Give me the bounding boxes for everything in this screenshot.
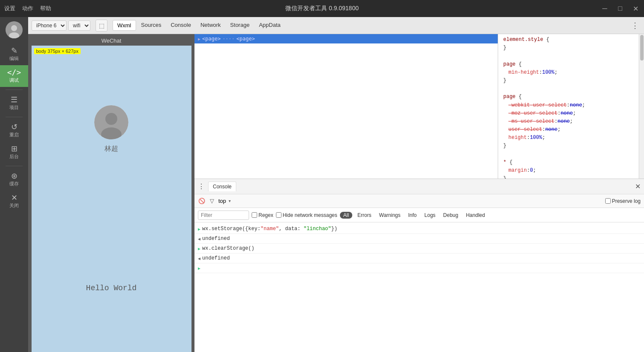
sidebar-item-restart[interactable]: ↺ 重启 bbox=[0, 120, 28, 141]
log-level-handled[interactable]: Handled bbox=[463, 211, 487, 219]
console-text-1: wx.setStorage({key:"name", data: "lincha… bbox=[202, 225, 337, 233]
sidebar-item-backend[interactable]: ⊞ 后台 bbox=[0, 141, 28, 163]
console-tab-menu[interactable]: ⋮ bbox=[198, 182, 205, 190]
simulator-title: WeChat bbox=[102, 38, 122, 44]
console-tab[interactable]: Console bbox=[208, 182, 236, 191]
console-text-3: wx.clearStorage() bbox=[202, 245, 254, 252]
menu-action[interactable]: 动作 bbox=[22, 5, 33, 12]
sidebar-item-label-backend: 后台 bbox=[9, 153, 19, 160]
console-panel: ⋮ Console ✕ 🚫 ▽ top ▾ Preserve log bbox=[194, 179, 644, 352]
console-line-1: ▶ wx.setStorage({key:"name", data: "linc… bbox=[194, 224, 644, 234]
css-line-1: element.style { bbox=[502, 36, 635, 44]
css-line-5: min-height:100%; bbox=[502, 69, 635, 77]
expand-arrow-icon[interactable]: ▶ bbox=[198, 37, 200, 41]
device-select[interactable]: iPhone 6 bbox=[32, 20, 67, 31]
clear-console-button[interactable]: 🚫 bbox=[198, 197, 206, 205]
menu-help[interactable]: 帮助 bbox=[40, 5, 51, 12]
sidebar: ✎ 编辑 </> 调试 ☰ 项目 ↺ 重启 ⊞ 后台 ⊛ 缓存 ✕ 关闭 bbox=[0, 17, 28, 352]
css-line-10: -moz-user-select:none; bbox=[502, 110, 635, 118]
css-line-13: height:100%; bbox=[502, 134, 635, 142]
phone-simulator: WeChat body 375px × 627px 林超 Hello Worl bbox=[28, 34, 194, 352]
svg-point-1 bbox=[11, 25, 17, 31]
dom-breadcrumb: <page> ···· <page> bbox=[202, 36, 255, 42]
console-input-cursor[interactable] bbox=[202, 264, 205, 272]
wifi-select[interactable]: wifi bbox=[68, 20, 90, 31]
context-dropdown-arrow[interactable]: ▾ bbox=[229, 199, 231, 203]
inspector-button[interactable]: ⬚ bbox=[96, 20, 107, 32]
phone-content: 林超 Hello World bbox=[32, 46, 191, 352]
css-line-15 bbox=[502, 150, 635, 159]
log-level-logs[interactable]: Logs bbox=[422, 211, 438, 219]
devtools-tabs: Wxml Sources Console Network Storage App… bbox=[113, 20, 285, 31]
css-line-12: user-select:none; bbox=[502, 126, 635, 134]
css-line-11: -ms-user-select:none; bbox=[502, 118, 635, 126]
filter-button[interactable]: ▽ bbox=[208, 197, 216, 205]
preserve-log-label[interactable]: Preserve log bbox=[612, 198, 641, 204]
wxml-scrollbar[interactable] bbox=[639, 34, 644, 179]
tab-appdata[interactable]: AppData bbox=[255, 20, 285, 31]
css-line-6: } bbox=[502, 77, 635, 85]
sidebar-item-label-close: 关闭 bbox=[9, 202, 19, 209]
content-area: iPhone 6 wifi ⬚ Wxml Sources Console Net… bbox=[28, 17, 644, 352]
sidebar-item-label-restart: 重启 bbox=[9, 132, 19, 138]
maximize-button[interactable]: □ bbox=[616, 5, 624, 12]
editor-icon: ✎ bbox=[11, 47, 17, 55]
titlebar: 设置 动作 帮助 微信开发者工具 0.9.091800 ─ □ ✕ bbox=[0, 0, 644, 17]
regex-checkbox-label[interactable]: Regex bbox=[252, 212, 273, 218]
sidebar-item-project[interactable]: ☰ 项目 bbox=[0, 92, 28, 114]
menu-settings[interactable]: 设置 bbox=[4, 5, 15, 12]
phone-frame: body 375px × 627px 林超 Hello World bbox=[32, 46, 191, 352]
css-panel: element.style { } page { min-height:100%… bbox=[498, 34, 639, 179]
console-input-line[interactable]: ▶ bbox=[194, 263, 644, 273]
devtools-panel: ▶ <page> ···· <page> element.style { } bbox=[194, 34, 644, 352]
css-line-4: page { bbox=[502, 61, 635, 69]
log-level-all-label: All bbox=[343, 212, 349, 218]
more-options-button[interactable]: ⋮ bbox=[629, 21, 641, 30]
minimize-button[interactable]: ─ bbox=[600, 5, 609, 12]
tab-sources[interactable]: Sources bbox=[137, 20, 166, 31]
console-header: ⋮ Console ✕ bbox=[194, 179, 644, 194]
css-line-9: -webkit-user-select:none; bbox=[502, 101, 635, 110]
sidebar-item-label-editor: 编辑 bbox=[9, 55, 19, 62]
avatar[interactable] bbox=[6, 21, 23, 38]
tab-storage[interactable]: Storage bbox=[226, 20, 254, 31]
dom-selected-element[interactable]: ▶ <page> ···· <page> bbox=[194, 34, 498, 43]
css-line-7 bbox=[502, 85, 635, 93]
dom-tree[interactable]: ▶ <page> ···· <page> bbox=[194, 34, 498, 179]
console-line-2: ◀ undefined bbox=[194, 234, 644, 244]
console-toolbar: 🚫 ▽ top ▾ Preserve log bbox=[194, 194, 644, 208]
regex-checkbox[interactable] bbox=[252, 212, 257, 218]
console-close-button[interactable]: ✕ bbox=[635, 182, 641, 190]
project-icon: ☰ bbox=[11, 96, 17, 104]
hide-network-checkbox-label[interactable]: Hide network messages bbox=[276, 212, 337, 218]
sidebar-item-debug[interactable]: </> 调试 bbox=[0, 65, 28, 87]
tab-network[interactable]: Network bbox=[196, 20, 225, 31]
restart-icon: ↺ bbox=[11, 123, 17, 131]
css-line-16: * { bbox=[502, 159, 635, 167]
dom-tag-page-close: <page> bbox=[236, 36, 255, 42]
close-button[interactable]: ✕ bbox=[631, 5, 640, 13]
log-level-debug[interactable]: Debug bbox=[441, 211, 461, 219]
log-level-errors[interactable]: Errors bbox=[355, 211, 374, 219]
preserve-log-checkbox[interactable] bbox=[605, 198, 611, 204]
sidebar-item-editor[interactable]: ✎ 编辑 bbox=[0, 43, 28, 65]
size-badge: body 375px × 627px bbox=[34, 48, 81, 54]
log-level-all[interactable]: All bbox=[340, 212, 352, 219]
dom-dots: ···· bbox=[222, 36, 235, 42]
log-level-warnings[interactable]: Warnings bbox=[377, 211, 403, 219]
workspace: WeChat body 375px × 627px 林超 Hello Worl bbox=[28, 34, 644, 352]
tab-console[interactable]: Console bbox=[166, 20, 195, 31]
svg-point-4 bbox=[105, 113, 117, 125]
css-line-18: } bbox=[502, 175, 635, 179]
user-name: 林超 bbox=[104, 144, 118, 153]
context-label: top bbox=[218, 198, 226, 204]
filter-input[interactable] bbox=[198, 211, 249, 220]
console-output: ▶ wx.setStorage({key:"name", data: "linc… bbox=[194, 222, 644, 352]
tab-wxml[interactable]: Wxml bbox=[113, 20, 136, 31]
wxml-scrollbar-thumb[interactable] bbox=[640, 35, 644, 61]
log-level-info[interactable]: Info bbox=[406, 211, 419, 219]
hide-network-checkbox[interactable] bbox=[276, 212, 281, 218]
sidebar-item-save[interactable]: ⊛ 缓存 bbox=[0, 169, 28, 190]
sidebar-item-close[interactable]: ✕ 关闭 bbox=[0, 190, 28, 212]
regex-label: Regex bbox=[258, 212, 273, 218]
